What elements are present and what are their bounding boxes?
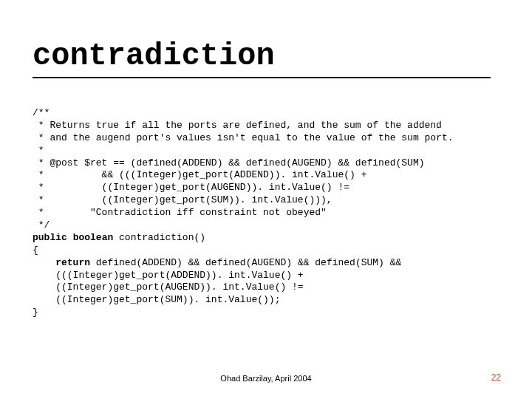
code-line: * ((Integer)get_port(SUM)). int.Value())… bbox=[33, 194, 332, 205]
code-indent bbox=[33, 257, 55, 268]
code-line: } bbox=[33, 307, 38, 318]
keyword-boolean: boolean bbox=[73, 232, 114, 243]
code-line: ((Integer)get_port(AUGEND)). int.Value()… bbox=[33, 282, 304, 293]
function-signature: contradiction() bbox=[113, 232, 205, 243]
code-line: /** bbox=[33, 107, 50, 118]
code-line: * Returns true if all the ports are defi… bbox=[33, 120, 442, 131]
code-line: * "Contradiction iff constraint not obey… bbox=[33, 207, 327, 218]
code-block: /** * Returns true if all the ports are … bbox=[33, 107, 454, 319]
code-line: */ bbox=[33, 219, 50, 231]
slide-title: contradiction bbox=[33, 38, 491, 78]
keyword-public: public bbox=[33, 232, 67, 243]
footer-text: Ohad Barzilay, April 2004 bbox=[0, 374, 532, 383]
code-line: defined(ADDEND) && defined(AUGEND) && de… bbox=[90, 257, 401, 268]
code-line: ((Integer)get_port(SUM)). int.Value()); bbox=[33, 294, 280, 305]
slide: contradiction /** * Returns true if all … bbox=[0, 0, 532, 399]
code-line: * bbox=[33, 145, 44, 156]
keyword-return: return bbox=[55, 257, 90, 268]
code-line: * and the augend port's values isn't equ… bbox=[33, 132, 454, 143]
code-line: * @post $ret == (defined(ADDEND) && defi… bbox=[33, 157, 425, 168]
page-number: 22 bbox=[491, 372, 501, 383]
code-line: * && (((Integer)get_port(ADDEND)). int.V… bbox=[33, 169, 366, 180]
code-line: { bbox=[33, 245, 38, 256]
code-line: (((Integer)get_port(ADDEND)). int.Value(… bbox=[33, 270, 304, 281]
code-line: * ((Integer)get_port(AUGEND)). int.Value… bbox=[33, 182, 349, 193]
